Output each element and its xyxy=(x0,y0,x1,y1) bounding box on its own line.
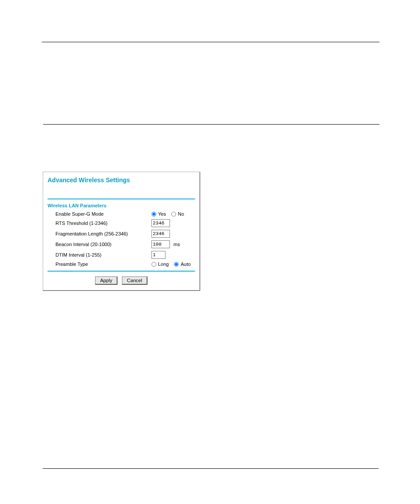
button-row: Apply Cancel xyxy=(48,275,195,286)
radio-preamble-long-input[interactable] xyxy=(151,262,156,267)
row-preamble: Preamble Type Long Auto xyxy=(48,260,195,268)
cancel-button[interactable]: Cancel xyxy=(122,276,147,285)
label-preamble: Preamble Type xyxy=(48,261,151,267)
ctrl-frag xyxy=(151,230,170,238)
radio-super-g-no[interactable]: No xyxy=(171,211,184,217)
radio-super-g-yes[interactable]: Yes xyxy=(151,211,166,217)
input-frag[interactable] xyxy=(151,230,170,238)
panel-divider-top xyxy=(48,199,195,199)
radio-preamble-long-label: Long xyxy=(158,261,169,267)
row-beacon: Beacon Interval (20-1000) ms xyxy=(48,239,195,250)
label-beacon: Beacon Interval (20-1000) xyxy=(48,242,151,247)
radio-preamble-auto-input[interactable] xyxy=(174,262,179,267)
radio-super-g-yes-label: Yes xyxy=(158,211,166,217)
panel-title: Advanced Wireless Settings xyxy=(48,176,195,186)
radio-preamble-long[interactable]: Long xyxy=(151,261,169,267)
page-divider-top xyxy=(42,42,379,42)
section-title: Wireless LAN Parameters xyxy=(48,202,195,210)
page-divider-bottom xyxy=(43,468,379,469)
unit-beacon: ms xyxy=(173,242,180,247)
label-super-g: Enable Super-G Mode xyxy=(48,211,151,217)
ctrl-super-g: Yes No xyxy=(151,211,188,217)
ctrl-beacon: ms xyxy=(151,240,180,248)
row-super-g: Enable Super-G Mode Yes No xyxy=(48,210,195,218)
label-dtim: DTIM Interval (1-255) xyxy=(48,252,151,258)
radio-super-g-no-input[interactable] xyxy=(171,212,176,217)
radio-super-g-yes-input[interactable] xyxy=(151,212,156,217)
input-rts[interactable] xyxy=(151,219,170,227)
ctrl-preamble: Long Auto xyxy=(151,261,194,267)
row-frag: Fragmentation Length (256-2346) xyxy=(48,228,195,239)
panel-divider-bottom xyxy=(48,271,195,272)
input-beacon[interactable] xyxy=(151,240,170,248)
label-frag: Fragmentation Length (256-2346) xyxy=(48,231,151,236)
radio-preamble-auto-label: Auto xyxy=(181,261,191,267)
ctrl-rts xyxy=(151,219,170,227)
radio-preamble-auto[interactable]: Auto xyxy=(174,261,191,267)
advanced-wireless-panel: Advanced Wireless Settings Wireless LAN … xyxy=(43,172,200,291)
radio-super-g-no-label: No xyxy=(178,211,184,217)
row-dtim: DTIM Interval (1-255) xyxy=(48,250,195,260)
label-rts: RTS Threshold (1-2346) xyxy=(48,221,151,226)
row-rts: RTS Threshold (1-2346) xyxy=(48,218,195,228)
page-divider-mid xyxy=(43,124,379,125)
apply-button[interactable]: Apply xyxy=(95,276,118,285)
ctrl-dtim xyxy=(151,251,166,259)
input-dtim[interactable] xyxy=(151,251,166,259)
